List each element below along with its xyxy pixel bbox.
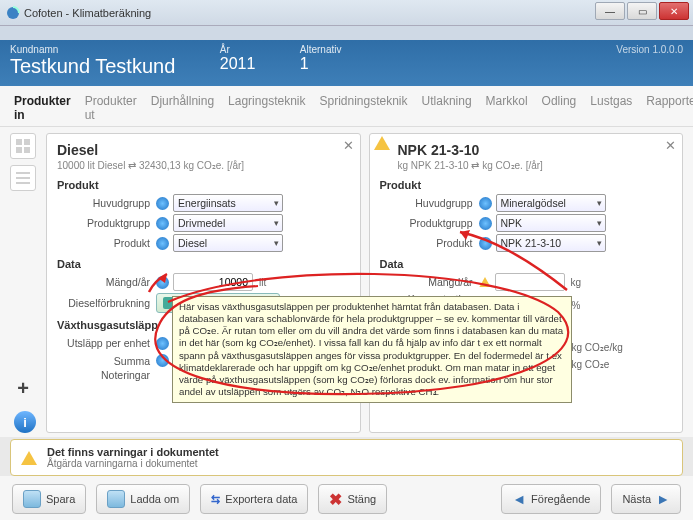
svg-rect-3 (16, 147, 22, 153)
info-icon[interactable] (156, 354, 169, 367)
close-icon[interactable]: ✕ (343, 138, 354, 153)
header-band: Kundnamn Testkund Testkund År 2011 Alter… (0, 40, 693, 86)
tab-lustgas[interactable]: Lustgas (590, 94, 632, 122)
section-data: Data (380, 258, 673, 270)
list-view-icon[interactable] (10, 165, 36, 191)
mangd-input[interactable] (173, 273, 253, 291)
alt-value: 1 (300, 55, 342, 73)
produkt-label: Produkt (380, 237, 475, 249)
utslapp-unit: kg CO₂e/kg (572, 342, 623, 353)
info-icon[interactable] (479, 217, 492, 230)
alt-label: Alternativ (300, 44, 342, 55)
huvudgrupp-combo[interactable]: Mineralgödsel (496, 194, 606, 212)
info-icon[interactable] (156, 276, 169, 289)
window-close-button[interactable]: ✕ (659, 2, 689, 20)
tab-produkter-ut[interactable]: Produkter ut (85, 94, 137, 122)
tab-markkol[interactable]: Markkol (486, 94, 528, 122)
tabs: Produkter in Produkter ut Djurhållning L… (0, 86, 693, 127)
tab-odling[interactable]: Odling (542, 94, 577, 122)
produktgrupp-label: Produktgrupp (57, 217, 152, 229)
warning-banner[interactable]: Det finns varningar i dokumentet Åtgärda… (10, 439, 683, 476)
utslapp-label: Utsläpp per enhet (57, 337, 152, 349)
panel-subline: 10000 lit Diesel ⇄ 32430,13 kg CO₂e. [/å… (57, 160, 350, 171)
ar-label: År (220, 44, 256, 55)
export-button[interactable]: ⇆Exportera data (200, 484, 308, 514)
side-icon-rail: + i (10, 133, 40, 433)
tab-spridningsteknik[interactable]: Spridningsteknik (319, 94, 407, 122)
close-button[interactable]: ✖Stäng (318, 484, 387, 514)
tab-rapporter[interactable]: Rapporter (646, 94, 693, 122)
warning-icon (374, 136, 390, 150)
produkt-label: Produkt (57, 237, 152, 249)
next-button[interactable]: Nästa► (611, 484, 681, 514)
app-icon (6, 6, 20, 20)
mangd-unit: lit (259, 277, 266, 288)
info-icon[interactable] (479, 197, 492, 210)
svg-rect-2 (24, 139, 30, 145)
ar-value: 2011 (220, 55, 256, 73)
close-icon: ✖ (329, 490, 342, 509)
noter-label: Noteringar (57, 369, 152, 381)
svg-rect-5 (16, 172, 30, 174)
add-panel-button[interactable]: + (10, 375, 36, 401)
section-product: Produkt (380, 179, 673, 191)
svg-rect-7 (16, 182, 30, 184)
panel-subline: kg NPK 21-3-10 ⇄ kg CO₂e. [/år] (398, 160, 673, 171)
chevron-right-icon: ► (656, 491, 670, 507)
mangd-input[interactable] (495, 273, 565, 291)
info-button[interactable]: i (14, 411, 36, 433)
ribbon-strip (0, 26, 693, 40)
produktgrupp-combo[interactable]: NPK (496, 214, 606, 232)
huvudgrupp-label: Huvudgrupp (57, 197, 152, 209)
huvudgrupp-label: Huvudgrupp (380, 197, 475, 209)
produkt-combo[interactable]: Diesel (173, 234, 283, 252)
produkt-combo[interactable]: NPK 21-3-10 (496, 234, 606, 252)
konc-unit: % (572, 300, 581, 311)
window-title: Cofoten - Klimatberäkning (24, 7, 151, 19)
customer-name: Testkund Testkund (10, 55, 175, 78)
panel-title: NPK 21-3-10 (398, 142, 673, 158)
mangd-unit: kg (571, 277, 582, 288)
summa-unit: kg CO₂e (572, 359, 610, 370)
info-icon[interactable] (156, 237, 169, 250)
mangd-label: Mängd/år (380, 276, 475, 288)
kundnamn-label: Kundnamn (10, 44, 175, 55)
window-maximize-button[interactable]: ▭ (627, 2, 657, 20)
tab-utlakning[interactable]: Utlakning (422, 94, 472, 122)
info-icon[interactable] (156, 217, 169, 230)
info-icon[interactable] (156, 197, 169, 210)
section-data: Data (57, 258, 350, 270)
produktgrupp-combo[interactable]: Drivmedel (173, 214, 283, 232)
grid-view-icon[interactable] (10, 133, 36, 159)
svg-rect-4 (24, 147, 30, 153)
reload-button[interactable]: Ladda om (96, 484, 190, 514)
tab-produkter-in[interactable]: Produkter in (14, 94, 71, 122)
dieself-label: Dieselförbrukning (57, 297, 152, 309)
database-icon (23, 490, 41, 508)
tab-lagringsteknik[interactable]: Lagringsteknik (228, 94, 305, 122)
produktgrupp-label: Produktgrupp (380, 217, 475, 229)
window-minimize-button[interactable]: — (595, 2, 625, 20)
warning-icon (479, 277, 490, 287)
info-icon[interactable] (479, 237, 492, 250)
svg-rect-6 (16, 177, 30, 179)
tab-djurhallning[interactable]: Djurhållning (151, 94, 214, 122)
save-button[interactable]: Spara (12, 484, 86, 514)
bottom-bar: Spara Ladda om ⇆Exportera data ✖Stäng ◄F… (0, 476, 693, 520)
warning-icon (21, 451, 37, 465)
svg-rect-1 (16, 139, 22, 145)
warning-title: Det finns varningar i dokumentet (47, 446, 219, 458)
titlebar: Cofoten - Klimatberäkning — ▭ ✕ (0, 0, 693, 26)
huvudgrupp-combo[interactable]: Energiinsats (173, 194, 283, 212)
panel-title: Diesel (57, 142, 350, 158)
info-icon[interactable] (156, 337, 169, 350)
export-icon: ⇆ (211, 493, 220, 506)
mangd-label: Mängd/år (57, 276, 152, 288)
chevron-left-icon: ◄ (512, 491, 526, 507)
version-label: Version 1.0.0.0 (616, 44, 683, 55)
close-icon[interactable]: ✕ (665, 138, 676, 153)
prev-button[interactable]: ◄Föregående (501, 484, 601, 514)
warning-sub: Åtgärda varningarna i dokumentet (47, 458, 219, 469)
summa-label: Summa (57, 355, 152, 367)
section-product: Produkt (57, 179, 350, 191)
